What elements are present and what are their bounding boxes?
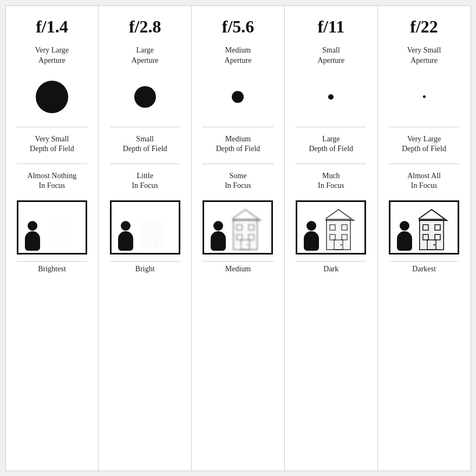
person-body bbox=[211, 231, 226, 251]
person-head bbox=[213, 221, 223, 231]
svg-point-8 bbox=[61, 244, 63, 245]
person-silhouette bbox=[397, 221, 412, 251]
dof-label: Very SmallDepth of Field bbox=[30, 129, 74, 159]
aperture-label: SmallAperture bbox=[317, 42, 344, 69]
focus-label: SomeIn Focus bbox=[225, 166, 251, 196]
person-head bbox=[307, 221, 316, 231]
person-head bbox=[28, 221, 37, 231]
person-head bbox=[400, 221, 409, 231]
svg-point-44 bbox=[434, 244, 435, 245]
column-2: f/5.6MediumApertureMediumDepth of FieldS… bbox=[192, 6, 285, 471]
dof-label: MediumDepth of Field bbox=[216, 129, 260, 159]
person-body bbox=[397, 231, 412, 251]
scene-illustration bbox=[296, 200, 366, 255]
aperture-circle-wrap bbox=[380, 73, 468, 121]
column-1: f/2.8LargeApertureSmallDepth of FieldLit… bbox=[99, 6, 192, 471]
svg-point-26 bbox=[247, 244, 249, 245]
scene-illustration bbox=[17, 200, 87, 255]
brightness-label: Dark bbox=[323, 265, 338, 273]
column-0: f/1.4Very LargeApertureVery SmallDepth o… bbox=[6, 6, 99, 471]
focus-label: Almost NothingIn Focus bbox=[28, 166, 77, 196]
svg-rect-1 bbox=[48, 219, 71, 250]
aperture-label: Very LargeAperture bbox=[35, 42, 69, 69]
aperture-circle-wrap bbox=[8, 73, 96, 121]
brightness-label: Bright bbox=[135, 265, 155, 273]
person-body bbox=[304, 231, 319, 251]
person-silhouette bbox=[304, 221, 319, 251]
fstop-label: f/11 bbox=[317, 17, 344, 37]
building-area bbox=[419, 208, 455, 251]
column-4: f/22Very SmallApertureVery LargeDepth of… bbox=[378, 6, 471, 471]
svg-point-35 bbox=[341, 244, 342, 245]
aperture-circle-wrap bbox=[194, 73, 282, 121]
focus-label: Almost AllIn Focus bbox=[407, 166, 441, 196]
svg-marker-11 bbox=[140, 210, 168, 220]
dof-label: LargeDepth of Field bbox=[309, 129, 353, 159]
building-area bbox=[232, 208, 269, 251]
aperture-circle-wrap bbox=[287, 73, 375, 121]
brightness-label: Darkest bbox=[412, 265, 436, 273]
fstop-label: f/1.4 bbox=[36, 17, 68, 37]
aperture-label: MediumAperture bbox=[225, 42, 252, 69]
person-silhouette bbox=[211, 221, 226, 251]
brightness-label: Brightest bbox=[38, 265, 66, 273]
person-head bbox=[121, 221, 131, 231]
fstop-label: f/2.8 bbox=[129, 17, 161, 37]
fstop-label: f/22 bbox=[410, 17, 438, 37]
svg-rect-10 bbox=[141, 219, 165, 250]
scene-illustration bbox=[110, 200, 180, 255]
aperture-label: Very SmallAperture bbox=[407, 42, 441, 69]
svg-marker-2 bbox=[47, 210, 75, 220]
focus-label: MuchIn Focus bbox=[318, 166, 344, 196]
dof-label: Very LargeDepth of Field bbox=[402, 129, 446, 159]
main-table: f/1.4Very LargeApertureVery SmallDepth o… bbox=[5, 5, 471, 471]
aperture-circle bbox=[423, 95, 426, 98]
aperture-circle-wrap bbox=[101, 73, 189, 121]
aperture-label: LargeAperture bbox=[132, 42, 159, 69]
fstop-label: f/5.6 bbox=[222, 17, 255, 37]
building-area bbox=[47, 208, 83, 251]
aperture-circle bbox=[134, 86, 156, 108]
person-body bbox=[25, 231, 40, 251]
column-3: f/11SmallApertureLargeDepth of FieldMuch… bbox=[285, 6, 378, 471]
dof-label: SmallDepth of Field bbox=[123, 129, 167, 159]
person-body bbox=[118, 231, 133, 251]
brightness-label: Medium bbox=[225, 265, 251, 273]
aperture-circle bbox=[232, 91, 244, 103]
building-area bbox=[325, 208, 362, 251]
aperture-circle bbox=[328, 94, 334, 100]
focus-label: LittleIn Focus bbox=[132, 166, 158, 196]
building-area bbox=[140, 208, 177, 251]
scene-illustration bbox=[389, 200, 459, 255]
person-silhouette bbox=[118, 221, 133, 251]
person-silhouette bbox=[25, 221, 40, 251]
scene-illustration bbox=[203, 200, 273, 255]
aperture-circle bbox=[36, 81, 68, 113]
svg-point-17 bbox=[154, 244, 156, 245]
